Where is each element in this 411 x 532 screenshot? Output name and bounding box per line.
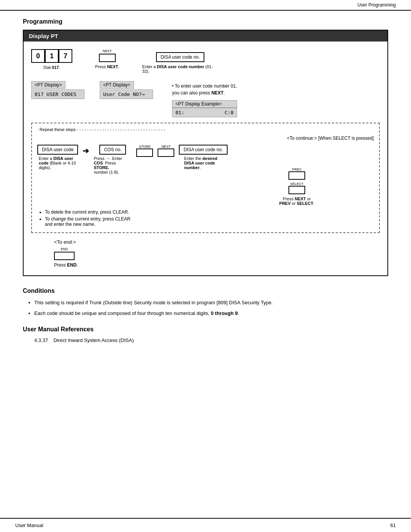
programming-title: Programming [23,18,388,25]
conditions-title: Conditions [23,288,388,294]
dial-caption: Dial 017. [43,65,60,70]
next-key-item: NEXT [158,145,174,157]
dial-0: 0 [31,49,45,63]
right-note-group: • To enter user code number 01, you can … [172,83,237,117]
end-key-box[interactable] [54,252,75,260]
pt-example-label: <PT Display Example> [172,100,237,108]
next-group: NEXT Press NEXT. [95,49,119,69]
continue-label: <To continue:> [When SELECT is pressed] [37,136,374,141]
disa-code-no-box-right: DISA user code no. [179,145,227,155]
disa-code-caption: Enter a DISA user code number (01-32). [142,64,218,73]
pt-display2-screen: User Code NO?→ [100,89,153,99]
references-title: User Manual References [23,326,388,333]
footer-left: User Manual [15,522,43,528]
pt-display1-screen: 017 USER CODES [31,89,84,99]
references-section: User Manual References 4.3.37 Direct Inw… [23,326,388,343]
pt-example-screen: 01:C:8 [172,108,237,117]
cos-caption: Press →. Enter COS Press STORE.number (1… [94,156,132,174]
dial-group: 0 1 7 Dial 017. [31,49,72,70]
programming-box-header: Display PT [24,30,387,42]
to-end-section: <To end:> END Press END. [54,239,380,268]
next-caption: Press NEXT. [95,64,119,69]
next-key-box[interactable] [99,54,116,62]
pt-display2-label: <PT Display> [100,81,134,89]
footer-right: 61 [390,522,396,528]
header-title: User Programming [357,2,396,8]
prev-key-item: PREV [288,168,305,180]
pt-display1-label: <PT Display> [31,81,65,89]
conditions-section: Conditions This setting is required if T… [23,288,388,317]
next-key-group: NEXT [99,49,116,62]
end-key-label: END [61,247,68,251]
disa-code-box: DISA user code no. [156,52,204,62]
store-key-label: STORE [139,145,151,149]
bullet-2: To change the current entry, press CLEAR… [45,216,374,227]
conditions-item-2: Each code should be unique and composed … [34,310,388,317]
arrow-symbol: ➔ [83,146,89,155]
dial-buttons: 0 1 7 [31,49,72,63]
pt-display-wrapper: <PT Display> 017 USER CODES <PT Display>… [31,81,380,117]
select-key-box[interactable] [288,186,305,194]
main-content: Programming Display PT 0 1 7 Dial 017. [0,11,411,383]
prev-key-box[interactable] [288,171,305,180]
disa-code-group: DISA user code no. Enter a DISA user cod… [142,49,218,73]
prev-key-label: PREV [292,168,302,171]
repeat-label: · Repeat these steps ‐ ‐ ‐ ‐ ‐ ‐ ‐ ‐ ‐ ‐… [37,127,374,132]
pt-display1-group: <PT Display> 017 USER CODES [31,81,84,99]
references-item-1: 4.3.37 Direct Inward System Access (DISA… [34,337,388,343]
page-footer: User Manual 61 [0,518,411,532]
next-key-label: NEXT [103,49,112,53]
disa-code-no-item-right: DISA user code no. Enter the desired DIS… [179,145,227,170]
right-note-text: • To enter user code number 01, you can … [172,83,237,96]
disa-user-code-box: DISA user code [37,145,78,155]
conditions-item-1: This setting is required if Trunk (Outsi… [34,299,388,307]
to-end-label: <To end:> [54,239,76,245]
disa-code-no-caption-right: Enter the desired DISA user code number. [184,156,222,170]
programming-box-body: 0 1 7 Dial 017. NEXT Press NEXT. [24,42,387,275]
cos-no-box: COS no. [99,145,126,155]
prev-next-select-caption: Press NEXT orPREV or SELECT. [279,197,314,206]
arrow-item: ➔ [83,145,89,155]
bullet-1: To delete the current entry, press CLEAR… [45,209,374,215]
disa-user-code-caption: Enter a DISA user code (Blank or 4-10 di… [39,156,77,170]
next2-key-box[interactable] [158,149,174,157]
page-header: User Programming [0,0,411,11]
pt-display2-group: <PT Display> User Code NO?→ [100,81,153,99]
store-key-item: STORE [136,145,153,157]
select-key-item: SELECT [288,182,305,194]
next2-key-label: NEXT [161,145,170,149]
store-key-box[interactable] [136,149,153,157]
dashed-section: · Repeat these steps ‐ ‐ ‐ ‐ ‐ ‐ ‐ ‐ ‐ ‐… [31,123,380,233]
end-caption: Press END. [54,262,78,268]
bullet-notes: To delete the current entry, press CLEAR… [37,209,374,227]
dial-1: 1 [45,49,59,63]
conditions-list: This setting is required if Trunk (Outsi… [34,299,388,317]
programming-box: Display PT 0 1 7 Dial 017. NEXT [23,30,388,276]
end-key-group: END [54,247,75,260]
dial-7: 7 [59,49,72,63]
select-key-label: SELECT [290,182,303,186]
cos-no-item: COS no. Press →. Enter COS Press STORE.n… [94,145,132,174]
row1: 0 1 7 Dial 017. NEXT Press NEXT. [31,49,380,73]
disa-user-code-item: DISA user code Enter a DISA user code (B… [37,145,78,170]
